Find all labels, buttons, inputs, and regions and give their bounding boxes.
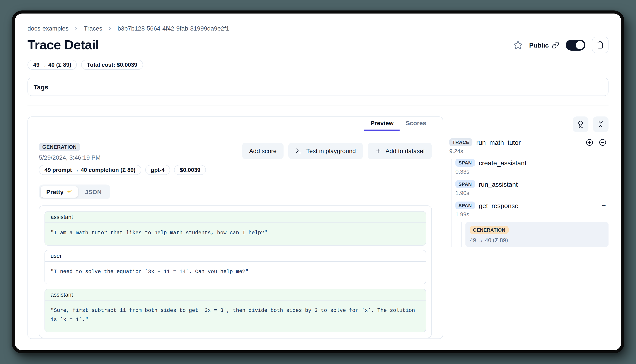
messages-container: assistant "I am a math tutor that likes … xyxy=(39,206,432,338)
action-buttons: Add score Test in playground xyxy=(242,143,432,159)
span-badge: SPAN xyxy=(456,159,475,166)
card-body: GENERATION 5/29/2024, 3:46:19 PM 49 prom… xyxy=(28,131,443,338)
circle-minus-icon[interactable] xyxy=(599,138,606,146)
trace-tree-sidebar: TRACE run_math_tutor 9.24s xyxy=(449,116,608,247)
model-badge[interactable]: gpt-4 xyxy=(145,165,170,175)
trace-children: SPAN create_assistant 0.33s SPAN run_ass… xyxy=(451,159,608,247)
span-name: run_assistant xyxy=(479,180,518,188)
span-node-run-assistant[interactable]: SPAN run_assistant 1.90s xyxy=(456,180,608,196)
total-cost-badge: Total cost: $0.0039 xyxy=(81,60,143,70)
message-user: user "I need to solve the equation `3x +… xyxy=(44,250,426,284)
toggle-knob xyxy=(576,41,584,49)
message-role: assistant xyxy=(45,212,426,223)
pretty-toggle[interactable]: Pretty xyxy=(40,186,78,198)
message-role: user xyxy=(45,250,426,262)
meta-row: GENERATION 5/29/2024, 3:46:19 PM 49 prom… xyxy=(39,143,432,175)
message-content: "I am a math tutor that likes to help ma… xyxy=(45,223,426,245)
observation-badges: 49 prompt → 40 completion (Σ 89) gpt-4 $… xyxy=(39,165,206,175)
tab-preview[interactable]: Preview xyxy=(364,117,400,131)
breadcrumb: docs-examples Traces b3b7b128-5664-4f42-… xyxy=(28,25,608,32)
main-area: Preview Scores GENERATION 5/29/2024, 3:4… xyxy=(28,116,608,339)
tabs: Preview Scores xyxy=(28,117,443,131)
token-usage-badge: 49 → 40 (Σ 89) xyxy=(28,60,77,70)
delete-trace-button[interactable] xyxy=(592,37,608,53)
message-content: "Sure, first subtract 11 from both sides… xyxy=(45,300,426,332)
star-icon[interactable] xyxy=(514,40,522,50)
plus-icon xyxy=(374,148,382,154)
generation-badge: GENERATION xyxy=(470,226,508,234)
award-icon xyxy=(577,120,584,128)
tab-scores[interactable]: Scores xyxy=(400,117,432,131)
add-to-dataset-button[interactable]: Add to dataset xyxy=(368,143,432,159)
trace-duration: 9.24s xyxy=(449,148,608,154)
desktop: docs-examples Traces b3b7b128-5664-4f42-… xyxy=(0,0,636,364)
message-content: "I need to solve the equation `3x + 11 =… xyxy=(45,262,426,284)
link-icon[interactable] xyxy=(552,41,559,49)
breadcrumb-traces[interactable]: Traces xyxy=(84,25,102,32)
observation-type-badge: GENERATION xyxy=(39,143,80,151)
page-title: Trace Detail xyxy=(28,38,99,52)
span-node-get-response[interactable]: SPAN get_response − 1.99s GENERATION 49 … xyxy=(456,202,608,247)
collapse-all-button[interactable] xyxy=(593,116,608,132)
summary-badges: 49 → 40 (Σ 89) Total cost: $0.0039 xyxy=(28,60,608,70)
usage-badge: 49 prompt → 40 completion (Σ 89) xyxy=(39,165,141,175)
span-duration: 1.90s xyxy=(456,190,608,196)
message-role: assistant xyxy=(45,289,426,300)
message-assistant: assistant "Sure, first subtract 11 from … xyxy=(44,289,426,332)
observation-meta: GENERATION 5/29/2024, 3:46:19 PM 49 prom… xyxy=(39,143,206,175)
span-badge: SPAN xyxy=(456,180,475,188)
app-window: docs-examples Traces b3b7b128-5664-4f42-… xyxy=(12,10,624,353)
span-children: GENERATION 49 → 40 (Σ 89) xyxy=(461,222,608,247)
breadcrumb-trace-id: b3b7b128-5664-4f42-9fab-31999da9e2f1 xyxy=(118,25,229,32)
observation-card: Preview Scores GENERATION 5/29/2024, 3:4… xyxy=(28,116,443,339)
terminal-icon xyxy=(295,148,302,154)
span-node-create-assistant[interactable]: SPAN create_assistant 0.33s xyxy=(456,159,608,175)
span-name: get_response xyxy=(479,202,518,209)
header-actions: Public xyxy=(514,37,608,53)
json-toggle[interactable]: JSON xyxy=(78,186,108,198)
circle-plus-icon[interactable] xyxy=(586,138,593,146)
section-divider xyxy=(28,106,608,106)
cost-badge: $0.0039 xyxy=(174,165,206,175)
scores-annotate-button[interactable] xyxy=(573,116,588,132)
public-toggle[interactable] xyxy=(566,40,586,50)
span-name: create_assistant xyxy=(479,159,526,166)
trace-name: run_math_tutor xyxy=(476,138,520,146)
sparkles-icon xyxy=(66,189,72,195)
trace-tree: TRACE run_math_tutor 9.24s xyxy=(449,138,608,247)
span-duration: 0.33s xyxy=(456,168,608,175)
add-score-button[interactable]: Add score xyxy=(242,143,284,159)
breadcrumb-project[interactable]: docs-examples xyxy=(28,25,68,32)
span-duration: 1.99s xyxy=(456,211,608,218)
generation-node-selected[interactable]: GENERATION 49 → 40 (Σ 89) xyxy=(466,222,608,247)
public-link-group: Public xyxy=(529,41,559,49)
trace-node[interactable]: TRACE run_math_tutor xyxy=(449,138,608,146)
span-badge: SPAN xyxy=(456,202,475,209)
chevron-right-icon xyxy=(107,26,113,31)
tags-label: Tags xyxy=(34,83,48,90)
trace-badge: TRACE xyxy=(449,138,472,146)
trash-icon xyxy=(596,41,604,49)
title-row: Trace Detail Public xyxy=(28,37,608,53)
chevron-right-icon xyxy=(73,26,79,31)
test-in-playground-button[interactable]: Test in playground xyxy=(288,143,363,159)
observation-timestamp: 5/29/2024, 3:46:19 PM xyxy=(39,154,206,161)
generation-usage: 49 → 40 (Σ 89) xyxy=(470,237,604,244)
sidebar-toolbar xyxy=(449,116,608,132)
chevrons-collapse-icon xyxy=(597,120,604,128)
public-label: Public xyxy=(529,41,549,49)
view-format-toggle: Pretty JSON xyxy=(39,184,110,199)
message-assistant: assistant "I am a math tutor that likes … xyxy=(44,211,426,246)
tree-actions xyxy=(586,138,608,146)
tags-box[interactable]: Tags xyxy=(28,78,608,96)
collapse-node-icon[interactable]: − xyxy=(602,202,608,209)
